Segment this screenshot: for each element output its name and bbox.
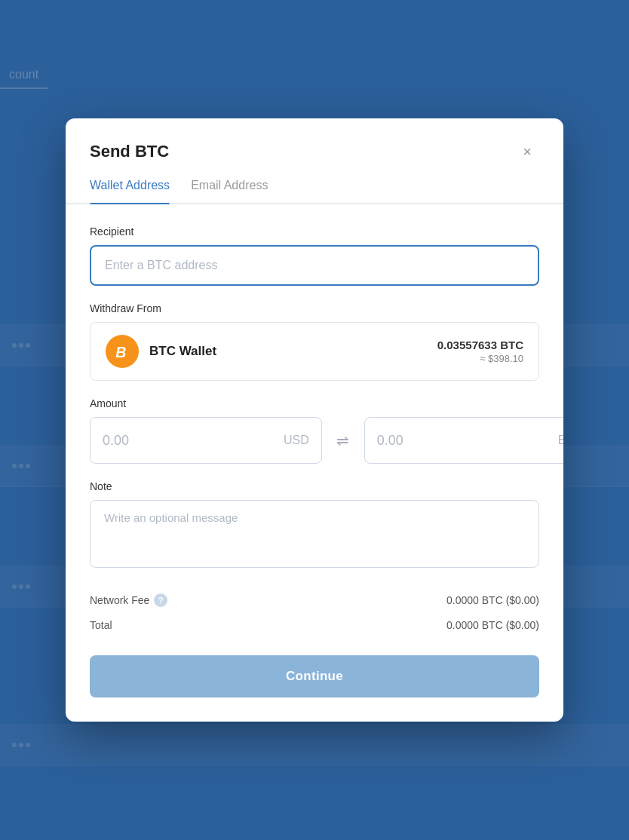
modal-body: Recipient Withdraw From B BTC Wallet 0.0… [66,204,563,722]
amount-row: USD ⇌ BTC [90,417,539,464]
btc-currency-label: BTC [558,434,563,447]
wallet-balance: 0.03557633 BTC ≈ $398.10 [437,339,523,364]
withdraw-from-label: Withdraw From [90,302,539,314]
fee-section: Network Fee ? 0.0000 BTC ($0.00) Total 0… [90,587,539,637]
continue-button[interactable]: Continue [90,655,539,697]
recipient-field-group: Recipient [90,225,539,286]
svg-text:B: B [115,344,126,360]
help-icon[interactable]: ? [154,593,167,607]
recipient-label: Recipient [90,225,539,238]
modal-title: Send BTC [90,142,169,161]
amount-btc-input[interactable] [377,433,552,449]
network-fee-value: 0.0000 BTC ($0.00) [446,594,539,606]
amount-usd-input[interactable] [103,433,278,449]
wallet-usd-balance: ≈ $398.10 [437,353,523,364]
wallet-box: B BTC Wallet 0.03557633 BTC ≈ $398.10 [90,322,539,381]
withdraw-from-field-group: Withdraw From B BTC Wallet 0.03557633 BT… [90,302,539,381]
total-label: Total [90,619,112,631]
tab-wallet-address[interactable]: Wallet Address [90,179,170,203]
amount-usd-wrap: USD [90,417,322,464]
amount-label: Amount [90,397,539,409]
note-field-group: Note [90,480,539,571]
btc-icon: B [106,335,139,368]
network-fee-row: Network Fee ? 0.0000 BTC ($0.00) [90,587,539,613]
usd-currency-label: USD [284,434,309,447]
tabs-container: Wallet Address Email Address [66,164,563,204]
total-value: 0.0000 BTC ($0.00) [446,619,539,631]
wallet-name: BTC Wallet [149,344,216,359]
tab-email-address[interactable]: Email Address [191,179,268,203]
wallet-btc-balance: 0.03557633 BTC [437,339,523,351]
network-fee-label: Network Fee ? [90,593,167,607]
total-row: Total 0.0000 BTC ($0.00) [90,613,539,637]
wallet-left: B BTC Wallet [106,335,216,368]
note-textarea[interactable] [90,500,539,568]
amount-field-group: Amount USD ⇌ BTC [90,397,539,464]
amount-btc-wrap: BTC [364,417,563,464]
note-label: Note [90,480,539,492]
modal-header: Send BTC × [66,118,563,164]
swap-icon[interactable]: ⇌ [330,427,357,454]
recipient-input[interactable] [90,245,539,286]
send-btc-modal: Send BTC × Wallet Address Email Address … [66,118,563,722]
close-button[interactable]: × [515,139,539,164]
